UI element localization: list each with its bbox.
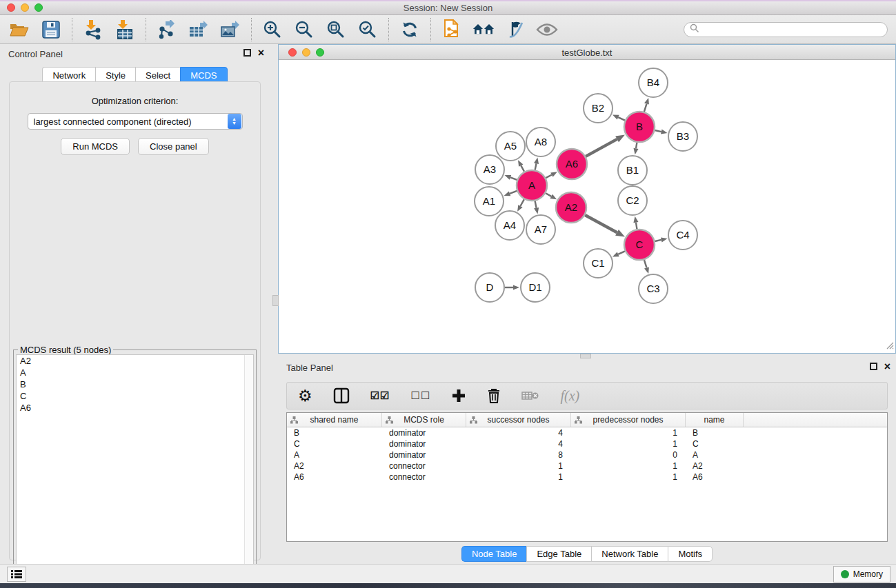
tree-attribute-icon — [290, 416, 298, 424]
eye-icon[interactable] — [536, 19, 558, 41]
tab-network-table[interactable]: Network Table — [591, 546, 668, 562]
zoom-selected-icon[interactable] — [357, 19, 379, 41]
float-table-panel-icon[interactable] — [870, 363, 877, 370]
optimization-criterion-label: Optimization criterion: — [10, 96, 260, 106]
control-panel-title: Control Panel — [8, 49, 63, 59]
column-header-name[interactable]: name — [686, 413, 744, 427]
result-scrollbar[interactable] — [244, 355, 253, 585]
column-header-predecessor-nodes[interactable]: predecessor nodes — [571, 413, 686, 427]
delete-table-icon[interactable] — [521, 389, 539, 402]
graphics-details-icon[interactable] — [504, 19, 526, 41]
edge-A-A6[interactable] — [546, 175, 552, 179]
criterion-value: largest connected component (directed) — [28, 116, 228, 127]
tab-edge-table[interactable]: Edge Table — [526, 546, 591, 562]
function-builder-icon[interactable]: f(x) — [560, 388, 579, 404]
task-history-button[interactable] — [7, 567, 26, 582]
edge-B-B2[interactable] — [618, 117, 625, 120]
criterion-dropdown[interactable]: largest connected component (directed) ▲… — [28, 113, 243, 130]
home-icon[interactable] — [472, 19, 495, 41]
column-header-successor-nodes[interactable]: successor nodes — [466, 413, 571, 427]
memory-button[interactable]: Memory — [833, 566, 890, 582]
column-header-shared-name[interactable]: shared name — [287, 413, 382, 427]
edge-B-B1[interactable] — [636, 143, 637, 149]
node-label-A1: A1 — [483, 195, 495, 207]
table-row[interactable]: A2connector11A2 — [287, 460, 887, 472]
export-table-icon[interactable] — [188, 19, 210, 41]
resize-grip-icon[interactable] — [886, 341, 894, 352]
table-row[interactable]: A6connector11A6 — [287, 472, 887, 483]
table-row[interactable]: Bdominator41B — [287, 427, 887, 438]
save-icon[interactable] — [40, 19, 62, 41]
node-label-B4: B4 — [647, 77, 659, 88]
zoom-fit-icon[interactable] — [325, 19, 347, 41]
result-item[interactable]: A — [17, 367, 253, 378]
export-image-icon[interactable] — [219, 19, 241, 41]
node-table[interactable]: shared nameMCDS rolesuccessor nodesprede… — [286, 412, 888, 542]
mcds-result-list[interactable]: A2ABCA6 — [16, 354, 254, 585]
import-table-icon[interactable] — [114, 19, 136, 41]
zoom-out-icon[interactable] — [293, 19, 315, 41]
edge-A-A2[interactable] — [546, 193, 551, 196]
result-item[interactable]: C — [17, 390, 253, 402]
table-toolbar: ⚙ ☑☑ ☐☐ f(x) — [286, 382, 888, 409]
edge-B-B3[interactable] — [655, 130, 661, 132]
tab-node-table[interactable]: Node Table — [461, 546, 527, 562]
network-file-icon[interactable] — [441, 19, 463, 41]
edge-A-A1[interactable] — [510, 191, 517, 194]
edge-C-C1[interactable] — [618, 251, 625, 254]
run-mcds-button[interactable]: Run MCDS — [61, 138, 130, 155]
table-row[interactable]: Cdominator41C — [287, 438, 887, 449]
export-network-icon[interactable] — [156, 19, 178, 41]
network-canvas[interactable]: B4B2BB3A5A8A6A3B1AA1C2A2A4A7C4CC1DD1C3 — [279, 60, 895, 353]
memory-label: Memory — [853, 569, 883, 579]
horizontal-splitter-handle[interactable] — [580, 354, 591, 358]
tab-motifs[interactable]: Motifs — [668, 546, 713, 562]
close-panel-button[interactable]: Close panel — [138, 138, 209, 155]
edge-C-C4[interactable] — [655, 240, 661, 241]
edge-A6-B[interactable] — [586, 139, 617, 156]
node-table-header: shared nameMCDS rolesuccessor nodesprede… — [287, 413, 887, 427]
edge-A-A8[interactable] — [535, 163, 537, 170]
vertical-splitter-handle[interactable] — [272, 295, 279, 306]
close-panel-icon[interactable]: × — [258, 49, 264, 57]
list-icon — [11, 569, 22, 579]
result-item[interactable]: A6 — [17, 402, 253, 414]
table-row[interactable]: Adominator80A — [287, 449, 887, 460]
deselect-all-icon[interactable]: ☐☐ — [411, 389, 431, 402]
edge-C-C2[interactable] — [636, 223, 637, 230]
node-label-A8: A8 — [535, 136, 547, 148]
edge-A-A4[interactable] — [520, 199, 524, 206]
add-column-icon[interactable] — [451, 388, 466, 403]
node-label-C4: C4 — [676, 229, 689, 241]
edge-B-B4[interactable] — [644, 104, 647, 112]
gear-icon[interactable]: ⚙ — [298, 388, 312, 404]
refresh-icon[interactable] — [399, 19, 421, 41]
node-label-C1: C1 — [591, 257, 604, 269]
edge-A-A5[interactable] — [521, 165, 524, 172]
zoom-in-icon[interactable] — [261, 19, 283, 41]
float-panel-icon[interactable] — [243, 49, 251, 57]
delete-column-icon[interactable] — [487, 387, 501, 404]
select-all-icon[interactable]: ☑☑ — [370, 389, 390, 402]
memory-status-icon — [841, 570, 849, 578]
open-icon[interactable] — [8, 19, 30, 41]
network-window-titlebar[interactable]: testGlobe.txt — [279, 45, 895, 60]
mcds-tab-content: Optimization criterion: largest connecte… — [9, 81, 261, 560]
close-table-panel-icon[interactable]: × — [884, 363, 890, 370]
search-input[interactable] — [699, 25, 882, 34]
node-label-B2: B2 — [592, 102, 604, 114]
result-item[interactable]: B — [17, 378, 253, 390]
split-view-icon[interactable] — [333, 387, 350, 404]
edge-C-C3[interactable] — [644, 260, 647, 268]
window-title: Session: New Session — [0, 3, 896, 13]
edge-A2-C[interactable] — [585, 215, 617, 232]
column-header-MCDS-role[interactable]: MCDS role — [382, 413, 466, 427]
node-label-A: A — [528, 179, 535, 191]
import-network-icon[interactable] — [82, 19, 104, 41]
result-item[interactable]: A2 — [17, 355, 253, 367]
search-box[interactable] — [684, 22, 888, 37]
network-graph: B4B2BB3A5A8A6A3B1AA1C2A2A4A7C4CC1DD1C3 — [279, 60, 895, 353]
edge-A-A7[interactable] — [535, 201, 537, 208]
node-label-A4: A4 — [504, 219, 516, 231]
edge-A-A3[interactable] — [510, 177, 517, 180]
